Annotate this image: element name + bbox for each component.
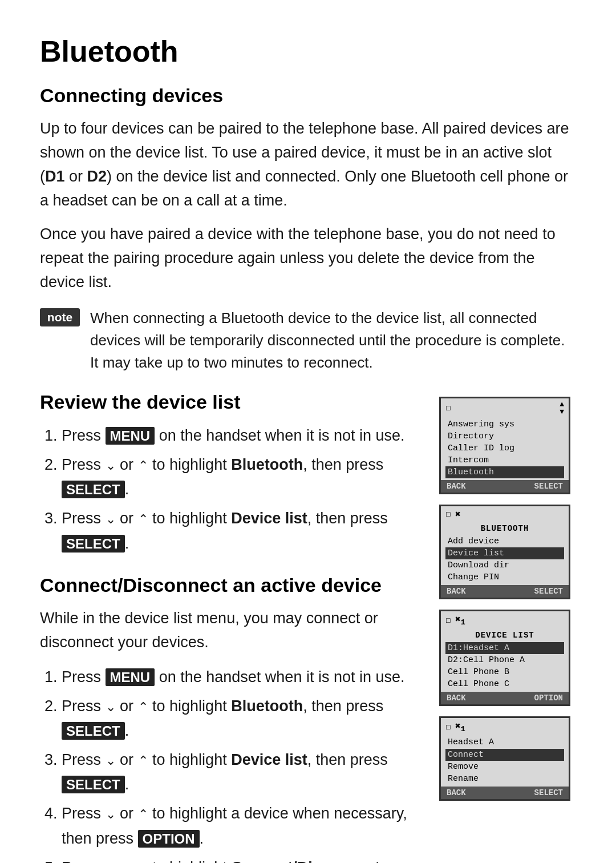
arrow-up-1: ⌃ [138,458,148,473]
screen1-item-1: Answering sys [445,418,564,430]
menu-key-2: MENU [106,668,155,686]
review-step-2: Press ⌄ or ⌃ to highlight Bluetooth, the… [62,453,422,502]
screen2-header: ☐ ✖ [441,506,569,521]
right-column: ☐ ▲ ▼ Answering sys Directory Caller ID … [439,391,576,801]
select-key-4: SELECT [62,776,125,793]
screen1-item-4: Intercom [445,454,564,466]
page-title: Bluetooth [40,34,576,68]
screen4-subtitle: Headset A [445,736,564,749]
d1-label: D1 [45,168,65,185]
phone-screen-2: ☐ ✖ BLUETOOTH Add device Device list Dow… [439,505,570,599]
arrow-up-4: ⌃ [138,753,148,768]
screen4-item-2: Remove [445,761,564,773]
option-key-1: OPTION [138,830,200,848]
note-text-1: When connecting a Bluetooth device to th… [90,307,576,374]
lock-icon-2: ☐ [445,509,451,519]
arrow-up-2: ⌃ [138,512,148,526]
screen4-body: Headset A Connect Remove Rename [441,735,569,787]
cd-step-1: Press MENU on the handset when it is not… [62,665,422,689]
screen2-title: BLUETOOTH [445,523,564,535]
select-key-2: SELECT [62,535,125,553]
screen3-item-2: D2:Cell Phone A [445,654,564,666]
bluetooth-label-2: Bluetooth [231,697,303,715]
phone-screen-4: ☐ ✖1 Headset A Connect Remove Rename BAC… [439,716,570,801]
screen2-item-4: Change PIN [445,571,564,583]
note-box-1: note When connecting a Bluetooth device … [40,307,576,374]
review-step-1: Press MENU on the handset when it is not… [62,424,422,448]
screen2-body: BLUETOOTH Add device Device list Downloa… [441,521,569,585]
screen3-footer: BACK OPTION [441,692,569,704]
screen1-item-5: Bluetooth [445,466,564,478]
screen4-item-1: Connect [445,749,564,761]
arrow-down-1: ⌄ [106,458,116,473]
arrow-up-5: ⌃ [138,807,148,821]
bluetooth-icon-4: ✖1 [455,720,465,733]
lock-icon-1: ☐ [445,402,451,413]
connect-disconnect-steps: Press MENU on the handset when it is not… [40,665,422,863]
screen1-footer: BACK SELECT [441,480,569,493]
connecting-heading: Connecting devices [40,84,576,107]
cd-step-2: Press ⌄ or ⌃ to highlight Bluetooth, the… [62,694,422,743]
screen3-item-1: D1:Headset A [445,642,564,654]
phone-screen-3: ☐ ✖1 DEVICE LIST D1:Headset A D2:Cell Ph… [439,610,570,706]
screen3-back: BACK [447,693,466,703]
screen2-item-1: Add device [445,535,564,547]
connecting-para2: Once you have paired a device with the t… [40,223,576,295]
select-key-3: SELECT [62,722,125,740]
screen2-back: BACK [447,587,466,596]
lock-icon-4: ☐ [445,721,451,732]
arrow-up-3: ⌃ [138,700,148,714]
screen4-footer: BACK SELECT [441,787,569,799]
screen3-header: ☐ ✖1 [441,611,569,628]
screen2-item-2: Device list [445,547,564,559]
screen3-title: DEVICE LIST [445,630,564,642]
phone-screen-1: ☐ ▲ ▼ Answering sys Directory Caller ID … [439,397,570,494]
arrow-down-3: ⌄ [106,700,116,714]
review-steps: Press MENU on the handset when it is not… [40,424,422,556]
bluetooth-icon-2: ✖ [455,509,461,520]
scroll-up-1: ▲ [560,401,564,408]
connect-disconnect-intro: While in the device list menu, you may c… [40,607,422,655]
device-list-label-1: Device list [231,510,307,527]
screen1-select: SELECT [534,482,563,491]
screen1-item-3: Caller ID log [445,442,564,454]
screen1-header: ☐ ▲ ▼ [441,398,569,417]
left-column: Review the device list Press MENU on the… [40,391,422,863]
screen2-select: SELECT [534,587,563,596]
screen3-body: DEVICE LIST D1:Headset A D2:Cell Phone A… [441,628,569,692]
screen2-item-3: Download dir [445,559,564,571]
arrow-down-4: ⌄ [106,753,116,768]
device-list-label-2: Device list [231,751,307,768]
d2-label: D2 [87,168,107,185]
select-key-1: SELECT [62,481,125,498]
bluetooth-label-1: Bluetooth [231,456,303,473]
screen3-item-4: Cell Phone C [445,678,564,690]
review-step-3: Press ⌄ or ⌃ to highlight Device list, t… [62,506,422,555]
cd-step-5: Press ⌄ or ⌃ to highlight Connect/Discon… [62,856,422,863]
screen1-body: Answering sys Directory Caller ID log In… [441,417,569,480]
screen3-item-3: Cell Phone B [445,666,564,678]
review-heading: Review the device list [40,391,422,413]
arrow-down-2: ⌄ [106,512,116,526]
lock-icon-3: ☐ [445,615,451,626]
connect-disconnect-heading: Connect/Disconnect an active device [40,574,422,596]
screen1-back: BACK [447,482,466,491]
scroll-arrows-1: ▲ ▼ [560,401,564,416]
screen2-footer: BACK SELECT [441,585,569,598]
menu-key-1: MENU [106,427,155,445]
cd-step-3: Press ⌄ or ⌃ to highlight Device list, t… [62,748,422,797]
cd-step-4: Press ⌄ or ⌃ to highlight a device when … [62,801,422,850]
connecting-para1: Up to four devices can be paired to the … [40,117,576,212]
screen4-header: ☐ ✖1 [441,718,569,735]
screen4-select: SELECT [534,788,563,797]
screen4-item-3: Rename [445,773,564,785]
bluetooth-icon-3: ✖1 [455,614,465,627]
screen3-option: OPTION [534,693,563,703]
screen1-item-2: Directory [445,430,564,442]
note-label-1: note [40,308,80,326]
scroll-down-1: ▼ [560,408,564,416]
arrow-down-5: ⌄ [106,807,116,821]
screen4-back: BACK [447,788,466,797]
connect-disconnect-label: Connect/Disconnect [231,859,380,863]
main-layout: Review the device list Press MENU on the… [40,391,576,863]
